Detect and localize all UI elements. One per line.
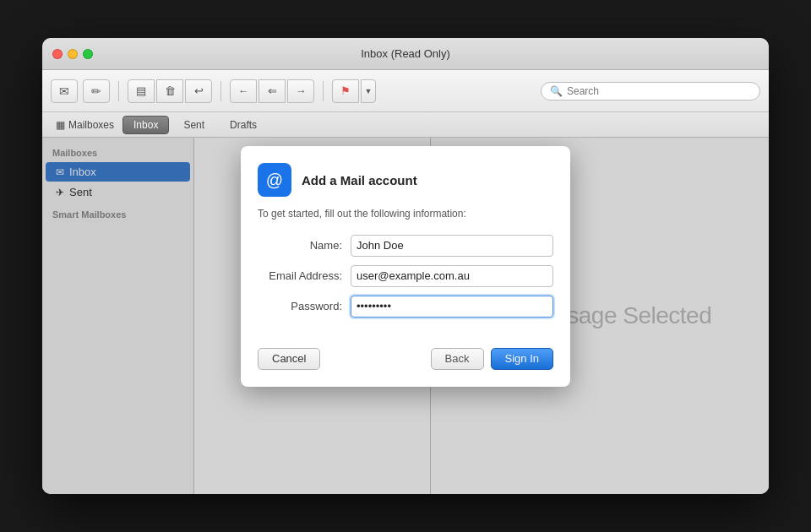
password-label: Password: [258, 300, 351, 312]
tab-inbox[interactable]: Inbox [122, 116, 169, 134]
delete-button[interactable]: 🗑 [156, 79, 183, 103]
cancel-button[interactable]: Cancel [258, 348, 320, 370]
new-message-button[interactable]: ✉ [51, 79, 78, 103]
main-window: Inbox (Read Only) ✉ ✏ ▤ 🗑 ↩ ← [42, 38, 769, 494]
forward-button[interactable]: → [287, 79, 314, 103]
email-label: Email Address: [258, 269, 351, 282]
dialog-overlay: @ Add a Mail account To get started, fil… [42, 138, 769, 494]
reply-all-button[interactable]: ⇐ [259, 79, 286, 103]
separator-2 [220, 81, 221, 101]
separator-3 [323, 81, 324, 101]
trash-icon: 🗑 [165, 84, 176, 97]
add-mail-account-dialog: @ Add a Mail account To get started, fil… [241, 146, 570, 387]
mail-account-icon: @ [258, 163, 291, 197]
sidebar-toggle-icon: ▦ [56, 119, 65, 131]
reply-all-icon: ⇐ [268, 84, 277, 97]
edit-icon: ✏ [91, 84, 101, 98]
maximize-button[interactable] [83, 49, 93, 59]
titlebar: Inbox (Read Only) [42, 38, 769, 70]
dialog-title: Add a Mail account [302, 173, 417, 187]
tabbar: ▦ Mailboxes Inbox Sent Drafts [42, 112, 769, 138]
traffic-lights [52, 49, 93, 59]
reply-button[interactable]: ← [230, 79, 257, 103]
flag-icon: ⚑ [340, 84, 351, 97]
search-box[interactable]: 🔍 [541, 82, 760, 100]
forward-icon: → [296, 84, 307, 97]
mailboxes-button[interactable]: ▦ Mailboxes [51, 117, 119, 133]
separator-1 [118, 81, 119, 101]
tab-drafts[interactable]: Drafts [219, 116, 268, 134]
name-input[interactable] [351, 235, 553, 257]
dialog-subtitle: To get started, fill out the following i… [241, 207, 570, 235]
main-content: Mailboxes ✉ Inbox ✈ Sent Smart Mailboxes… [42, 138, 769, 494]
toolbar: ✉ ✏ ▤ 🗑 ↩ ← ⇐ → [42, 70, 769, 112]
dialog-header: @ Add a Mail account [241, 146, 570, 207]
chevron-down-icon: ▼ [365, 87, 373, 95]
minimize-button[interactable] [68, 49, 78, 59]
archive-button[interactable]: ▤ [128, 79, 155, 103]
name-label: Name: [258, 239, 351, 252]
password-input[interactable] [351, 296, 553, 318]
junk-icon: ↩ [194, 84, 204, 97]
close-button[interactable] [52, 49, 63, 59]
at-sign-icon: @ [266, 171, 283, 190]
dialog-form: Name: Email Address: Password: [241, 235, 570, 339]
footer-right-buttons: Back Sign In [431, 348, 553, 370]
flag-dropdown-button[interactable]: ▼ [361, 79, 376, 103]
compose-icon: ✉ [59, 84, 69, 98]
action-group: ▤ 🗑 ↩ [128, 79, 212, 103]
email-input[interactable] [351, 265, 553, 287]
archive-icon: ▤ [136, 84, 146, 97]
reply-icon: ← [238, 84, 249, 97]
compose-button[interactable]: ✏ [83, 79, 110, 103]
reply-group: ← ⇐ → [230, 79, 314, 103]
back-button[interactable]: Back [431, 348, 484, 370]
window-title: Inbox (Read Only) [361, 47, 450, 60]
flag-group: ⚑ ▼ [332, 79, 376, 103]
password-row: Password: [258, 296, 553, 318]
mailboxes-label: Mailboxes [68, 119, 114, 131]
email-row: Email Address: [258, 265, 553, 287]
tab-sent[interactable]: Sent [172, 116, 215, 134]
junk-button[interactable]: ↩ [185, 79, 212, 103]
dialog-footer: Cancel Back Sign In [241, 339, 570, 387]
search-input[interactable] [567, 85, 751, 97]
flag-button[interactable]: ⚑ [332, 79, 359, 103]
sign-in-button[interactable]: Sign In [491, 348, 553, 370]
name-row: Name: [258, 235, 553, 257]
search-icon: 🔍 [550, 85, 563, 97]
